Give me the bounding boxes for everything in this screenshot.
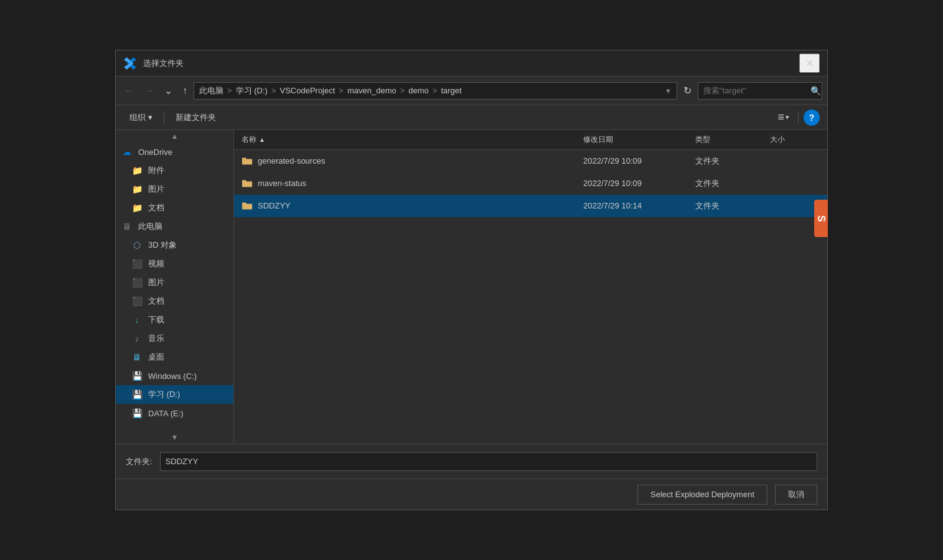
file-name-generated-sources: generated-sources — [234, 156, 578, 167]
back-button[interactable]: ← — [121, 83, 138, 99]
file-type-generated-sources: 文件夹 — [690, 156, 765, 167]
path-sep-3: > — [339, 86, 344, 95]
folder-icon — [242, 178, 253, 189]
sidebar-item-doc[interactable]: ⬛ 文档 — [116, 292, 233, 310]
sidebar-item-thispc[interactable]: 🖥 此电脑 — [116, 217, 233, 236]
right-decoration: S — [814, 200, 827, 237]
right-deco-text: S — [815, 215, 827, 222]
col-type-label: 类型 — [695, 135, 710, 144]
file-date-generated-sources: 2022/7/29 10:09 — [578, 156, 690, 166]
path-sep-4: > — [400, 86, 405, 95]
sidebar-label-3dobjects: 3D 对象 — [148, 240, 177, 251]
sidebar-item-download[interactable]: ↓ 下载 — [116, 310, 233, 329]
folder-pictures-icon: 📁 — [131, 183, 143, 195]
table-row[interactable]: generated-sources 2022/7/29 10:09 文件夹 — [234, 150, 827, 172]
folder-label: 文件夹: — [126, 456, 152, 467]
music-icon: ♪ — [131, 332, 143, 345]
view-options[interactable]: ≡ ▾ — [774, 108, 793, 126]
pc-icon: 🖥 — [121, 220, 133, 233]
file-date-maven-status: 2022/7/29 10:09 — [578, 179, 690, 188]
col-size-header[interactable]: 大小 — [765, 134, 827, 145]
sidebar-item-attachment[interactable]: 📁 附件 — [116, 161, 233, 180]
file-name-sddzyy: SDDZYY — [234, 200, 578, 212]
path-sep-5: > — [433, 86, 438, 95]
table-row[interactable]: maven-status 2022/7/29 10:09 文件夹 — [234, 172, 827, 195]
folder-attachment-icon: 📁 — [131, 164, 143, 177]
file-name-maven-status: maven-status — [234, 178, 578, 189]
windows-drive-icon: 💾 — [131, 370, 143, 382]
search-box[interactable]: 🔍 — [698, 82, 822, 100]
file-date-sddzyy: 2022/7/29 10:14 — [578, 201, 690, 210]
sidebar-label-documents-cloud: 文档 — [148, 202, 164, 213]
sidebar-item-data[interactable]: 💾 DATA (E:) — [116, 404, 233, 422]
data-drive-icon: 💾 — [131, 407, 143, 419]
sidebar-item-music[interactable]: ♪ 音乐 — [116, 329, 233, 348]
sidebar-item-img[interactable]: ⬛ 图片 — [116, 273, 233, 292]
organize-arrow: ▾ — [148, 113, 152, 122]
sidebar-label-desktop: 桌面 — [148, 352, 164, 363]
path-sep-2: > — [271, 86, 276, 95]
sidebar-label-video: 视频 — [148, 258, 164, 269]
address-path[interactable]: 此电脑 > 学习 (D:) > VSCodeProject > maven_de… — [194, 82, 677, 100]
sidebar-item-3dobjects[interactable]: ⬡ 3D 对象 — [116, 236, 233, 254]
col-type-header[interactable]: 类型 — [690, 134, 765, 145]
sidebar-item-study[interactable]: 💾 学习 (D:) — [116, 385, 233, 404]
sidebar-label-study: 学习 (D:) — [148, 389, 180, 400]
folder-icon — [242, 156, 253, 167]
new-folder-button[interactable]: 新建文件夹 — [169, 110, 222, 126]
view-icon: ≡ — [777, 111, 784, 124]
help-button[interactable]: ? — [804, 110, 820, 126]
folder-icon — [242, 200, 253, 212]
path-maven-demo: maven_demo — [347, 86, 396, 95]
up-button[interactable]: ↑ — [179, 83, 191, 99]
cancel-button[interactable]: 取消 — [775, 485, 817, 505]
search-icon: 🔍 — [810, 86, 821, 96]
path-thispc: 此电脑 — [199, 85, 223, 96]
doc-icon: ⬛ — [131, 295, 143, 307]
sidebar: ▲ ☁ OneDrive 📁 附件 📁 图片 📁 文档 — [116, 130, 234, 444]
sidebar-item-pictures-cloud[interactable]: 📁 图片 — [116, 180, 233, 198]
recent-locations-button[interactable]: ⌄ — [161, 82, 176, 99]
sort-arrow: ▲ — [259, 136, 265, 143]
col-date-header[interactable]: 修改日期 — [578, 134, 690, 145]
table-row[interactable]: SDDZYY 2022/7/29 10:14 文件夹 — [234, 195, 827, 217]
sidebar-label-img: 图片 — [148, 277, 164, 288]
sidebar-label-music: 音乐 — [148, 333, 164, 344]
path-dropdown-arrow[interactable]: ▼ — [665, 87, 672, 95]
path-study: 学习 (D:) — [236, 85, 268, 96]
sidebar-item-documents-cloud[interactable]: 📁 文档 — [116, 198, 233, 217]
bottom-area: 文件夹: — [116, 444, 827, 478]
new-folder-label: 新建文件夹 — [176, 112, 216, 123]
scroll-up-arrow[interactable]: ▲ — [116, 130, 233, 142]
col-name-header[interactable]: 名称 ▲ — [234, 134, 578, 145]
sidebar-label-onedrive: OneDrive — [138, 147, 172, 157]
sidebar-item-windows[interactable]: 💾 Windows (C:) — [116, 366, 233, 385]
main-area: ▲ ☁ OneDrive 📁 附件 📁 图片 📁 文档 — [116, 130, 827, 444]
sidebar-item-onedrive[interactable]: ☁ OneDrive — [116, 142, 233, 161]
folder-input[interactable] — [160, 452, 817, 471]
search-input[interactable] — [703, 86, 808, 95]
sidebar-label-thispc: 此电脑 — [138, 221, 162, 232]
organize-button[interactable]: 组织 ▾ — [123, 110, 159, 126]
vscode-icon — [123, 57, 137, 70]
video-icon: ⬛ — [131, 258, 143, 270]
sidebar-label-attachment: 附件 — [148, 165, 164, 176]
scroll-down-arrow[interactable]: ▼ — [116, 431, 233, 444]
cloud-icon: ☁ — [121, 146, 133, 158]
download-icon: ↓ — [131, 314, 143, 326]
study-drive-icon: 💾 — [131, 388, 143, 401]
view-arrow: ▾ — [786, 113, 789, 121]
toolbar: 组织 ▾ 新建文件夹 ≡ ▾ ? — [116, 105, 827, 130]
sidebar-item-video[interactable]: ⬛ 视频 — [116, 254, 233, 273]
sidebar-label-data: DATA (E:) — [148, 409, 184, 418]
toolbar-separator-2 — [798, 111, 799, 124]
refresh-button[interactable]: ↻ — [680, 82, 695, 99]
select-exploded-deployment-button[interactable]: Select Exploded Deployment — [637, 485, 767, 505]
img-icon: ⬛ — [131, 276, 143, 289]
close-button[interactable]: ✕ — [799, 54, 820, 73]
sidebar-item-desktop[interactable]: 🖥 桌面 — [116, 348, 233, 366]
folder-documents-icon: 📁 — [131, 202, 143, 214]
sidebar-label-windows: Windows (C:) — [148, 371, 197, 381]
forward-button[interactable]: → — [141, 83, 158, 99]
file-area: 名称 ▲ 修改日期 类型 大小 — [234, 130, 827, 444]
